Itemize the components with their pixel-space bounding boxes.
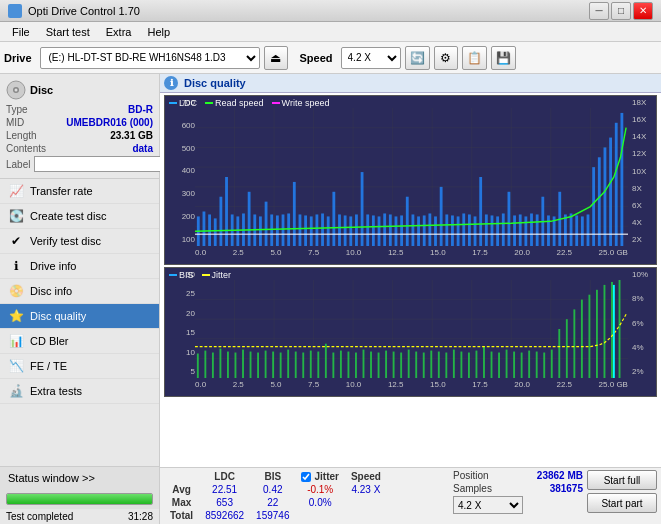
status-window-button[interactable]: Status window >> [0, 466, 159, 489]
charts-area: LDC Read speed Write speed 700 600 500 [160, 93, 661, 467]
svg-rect-144 [460, 352, 462, 378]
disc-quality-icon-header: ℹ [164, 76, 178, 90]
settings-button[interactable]: ⚙ [434, 46, 458, 70]
start-part-button[interactable]: Start part [587, 493, 657, 513]
svg-rect-68 [474, 216, 477, 246]
svg-rect-41 [321, 213, 324, 246]
svg-rect-63 [445, 214, 448, 246]
svg-rect-117 [257, 353, 259, 378]
col-header-empty [164, 470, 199, 483]
jitter-checkbox[interactable] [301, 472, 311, 482]
top-chart-x-axis: 0.0 2.5 5.0 7.5 10.0 12.5 15.0 17.5 20.0… [195, 246, 628, 264]
svg-rect-31 [265, 202, 268, 246]
avg-bis: 0.42 [250, 483, 295, 496]
main-content: ℹ Disc quality LDC Read speed [160, 74, 661, 524]
menu-extra[interactable]: Extra [98, 24, 140, 40]
disc-length-row: Length 23.31 GB [6, 130, 153, 141]
refresh-button[interactable]: 🔄 [405, 46, 430, 70]
max-bis: 22 [250, 496, 295, 509]
sidebar-item-drive-info[interactable]: ℹ Drive info [0, 254, 159, 279]
position-label: Position [453, 470, 489, 481]
svg-rect-114 [235, 353, 237, 378]
ldc-dot [169, 102, 177, 104]
cd-bler-icon: 📊 [8, 334, 24, 348]
sidebar-item-disc-quality[interactable]: ⭐ Disc quality [0, 304, 159, 329]
svg-rect-24 [225, 177, 228, 246]
drive-info-icon: ℹ [8, 259, 24, 273]
disc-label-label: Label [6, 159, 30, 170]
menu-help[interactable]: Help [139, 24, 178, 40]
svg-rect-149 [498, 353, 500, 378]
svg-rect-39 [310, 216, 313, 246]
stats-row-total: Total 8592662 159746 [164, 509, 387, 522]
svg-rect-162 [596, 290, 598, 378]
avg-speed: 4.23 X [345, 483, 387, 496]
svg-rect-64 [451, 215, 454, 246]
sidebar-item-disc-info[interactable]: 📀 Disc info [0, 279, 159, 304]
sidebar-item-cd-bler-label: CD Bler [30, 335, 69, 347]
sidebar-item-verify-test-disc[interactable]: ✔ Verify test disc [0, 229, 159, 254]
bis-legend: BIS [169, 270, 194, 280]
menu-file[interactable]: File [4, 24, 38, 40]
disc-length-value: 23.31 GB [110, 130, 153, 141]
svg-rect-85 [570, 213, 573, 246]
disc-type-row: Type BD-R [6, 104, 153, 115]
save-button[interactable]: 💾 [491, 46, 516, 70]
drive-select[interactable]: (E:) HL-DT-ST BD-RE WH16NS48 1.D3 [40, 47, 260, 69]
disc-icon [6, 80, 26, 100]
svg-rect-38 [304, 215, 307, 246]
svg-rect-119 [272, 352, 274, 378]
total-ldc: 8592662 [199, 509, 250, 522]
write-speed-dot [272, 102, 280, 104]
svg-rect-78 [530, 213, 533, 246]
sidebar-item-create-test-disc[interactable]: 💽 Create test disc [0, 204, 159, 229]
copy-button[interactable]: 📋 [462, 46, 487, 70]
avg-label: Avg [164, 483, 199, 496]
svg-rect-158 [566, 319, 568, 378]
svg-rect-33 [276, 215, 279, 246]
disc-label-input[interactable] [34, 156, 167, 172]
svg-rect-136 [400, 353, 402, 378]
svg-rect-126 [325, 344, 327, 378]
col-header-ldc: LDC [199, 470, 250, 483]
maximize-button[interactable]: □ [611, 2, 631, 20]
svg-rect-153 [528, 351, 530, 378]
speed-select[interactable]: 4.2 X [341, 47, 401, 69]
svg-rect-154 [536, 352, 538, 378]
svg-rect-91 [604, 147, 607, 246]
svg-rect-150 [506, 350, 508, 378]
window-controls: ─ □ ✕ [589, 2, 653, 20]
status-text: Test completed [6, 511, 73, 522]
disc-mid-label: MID [6, 117, 24, 128]
speed-select-bottom[interactable]: 4.2 X [453, 496, 523, 514]
total-speed [345, 509, 387, 522]
svg-rect-49 [366, 214, 369, 246]
jitter-label: Jitter [212, 270, 232, 280]
close-button[interactable]: ✕ [633, 2, 653, 20]
start-full-button[interactable]: Start full [587, 470, 657, 490]
svg-rect-110 [204, 351, 206, 378]
jitter-legend: Jitter [202, 270, 232, 280]
write-speed-legend: Write speed [272, 98, 330, 108]
svg-rect-146 [476, 351, 478, 378]
svg-rect-131 [363, 350, 365, 378]
sidebar-item-fe-te[interactable]: 📉 FE / TE [0, 354, 159, 379]
sidebar-item-transfer-rate-label: Transfer rate [30, 185, 93, 197]
svg-rect-113 [227, 352, 229, 378]
menu-start-test[interactable]: Start test [38, 24, 98, 40]
jitter-dot [202, 274, 210, 276]
sidebar-item-extra-tests[interactable]: 🔬 Extra tests [0, 379, 159, 404]
total-jitter [295, 509, 344, 522]
eject-button[interactable]: ⏏ [264, 46, 288, 70]
sidebar-item-transfer-rate[interactable]: 📈 Transfer rate [0, 179, 159, 204]
minimize-button[interactable]: ─ [589, 2, 609, 20]
svg-rect-109 [197, 354, 199, 379]
svg-rect-151 [513, 352, 515, 378]
status-time: 31:28 [128, 511, 153, 522]
sidebar-item-cd-bler[interactable]: 📊 CD Bler [0, 329, 159, 354]
total-label: Total [164, 509, 199, 522]
svg-rect-135 [393, 352, 395, 378]
sidebar-item-verify-test-disc-label: Verify test disc [30, 235, 101, 247]
svg-rect-138 [415, 352, 417, 378]
sidebar-item-disc-quality-label: Disc quality [30, 310, 86, 322]
